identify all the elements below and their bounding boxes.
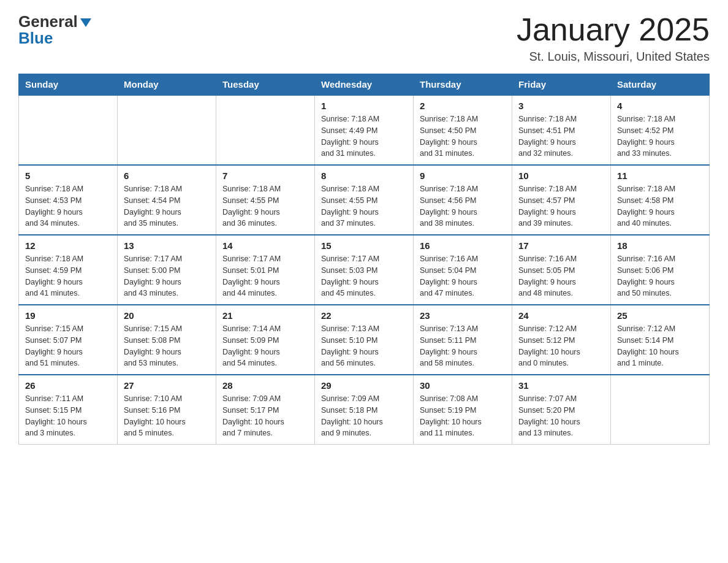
day-number: 17 (518, 240, 604, 251)
calendar-cell: 5Sunrise: 7:18 AM Sunset: 4:53 PM Daylig… (19, 165, 118, 235)
calendar-cell: 4Sunrise: 7:18 AM Sunset: 4:52 PM Daylig… (611, 95, 710, 165)
calendar-cell: 25Sunrise: 7:12 AM Sunset: 5:14 PM Dayli… (611, 305, 710, 375)
day-info: Sunrise: 7:14 AM Sunset: 5:09 PM Dayligh… (222, 323, 308, 369)
calendar-cell (611, 375, 710, 445)
day-info: Sunrise: 7:18 AM Sunset: 4:59 PM Dayligh… (25, 253, 111, 299)
day-info: Sunrise: 7:11 AM Sunset: 5:15 PM Dayligh… (25, 393, 111, 439)
day-info: Sunrise: 7:13 AM Sunset: 5:11 PM Dayligh… (420, 323, 506, 369)
day-number: 3 (518, 101, 604, 111)
calendar-cell (19, 95, 118, 165)
day-number: 30 (420, 380, 506, 391)
calendar-table: SundayMondayTuesdayWednesdayThursdayFrid… (18, 74, 710, 445)
day-info: Sunrise: 7:16 AM Sunset: 5:06 PM Dayligh… (617, 253, 703, 299)
day-number: 27 (124, 380, 210, 391)
day-number: 13 (124, 240, 210, 251)
calendar-cell: 9Sunrise: 7:18 AM Sunset: 4:56 PM Daylig… (414, 165, 512, 235)
week-row-4: 19Sunrise: 7:15 AM Sunset: 5:07 PM Dayli… (19, 305, 710, 375)
week-row-2: 5Sunrise: 7:18 AM Sunset: 4:53 PM Daylig… (19, 165, 710, 235)
day-info: Sunrise: 7:12 AM Sunset: 5:14 PM Dayligh… (617, 323, 703, 369)
calendar-cell: 31Sunrise: 7:07 AM Sunset: 5:20 PM Dayli… (512, 375, 611, 445)
svg-marker-0 (80, 18, 91, 27)
day-info: Sunrise: 7:18 AM Sunset: 4:55 PM Dayligh… (222, 183, 308, 229)
day-info: Sunrise: 7:18 AM Sunset: 4:57 PM Dayligh… (518, 183, 604, 229)
calendar-cell: 20Sunrise: 7:15 AM Sunset: 5:08 PM Dayli… (118, 305, 216, 375)
calendar-cell: 23Sunrise: 7:13 AM Sunset: 5:11 PM Dayli… (414, 305, 512, 375)
week-row-1: 1Sunrise: 7:18 AM Sunset: 4:49 PM Daylig… (19, 95, 710, 165)
calendar-cell: 29Sunrise: 7:09 AM Sunset: 5:18 PM Dayli… (315, 375, 414, 445)
day-info: Sunrise: 7:18 AM Sunset: 4:52 PM Dayligh… (617, 113, 703, 159)
day-info: Sunrise: 7:18 AM Sunset: 4:58 PM Dayligh… (617, 183, 703, 229)
day-info: Sunrise: 7:07 AM Sunset: 5:20 PM Dayligh… (518, 393, 604, 439)
day-info: Sunrise: 7:17 AM Sunset: 5:01 PM Dayligh… (222, 253, 308, 299)
page-header: General Blue January 2025 St. Louis, Mis… (18, 12, 710, 64)
weekday-header-monday: Monday (118, 74, 216, 96)
calendar-cell: 24Sunrise: 7:12 AM Sunset: 5:12 PM Dayli… (512, 305, 611, 375)
day-number: 25 (617, 310, 703, 321)
day-number: 12 (25, 240, 111, 251)
calendar-cell: 3Sunrise: 7:18 AM Sunset: 4:51 PM Daylig… (512, 95, 611, 165)
day-number: 8 (321, 170, 407, 181)
day-number: 21 (222, 310, 308, 321)
calendar-cell: 17Sunrise: 7:16 AM Sunset: 5:05 PM Dayli… (512, 235, 611, 305)
logo-arrow-icon (79, 16, 93, 29)
calendar-cell: 18Sunrise: 7:16 AM Sunset: 5:06 PM Dayli… (611, 235, 710, 305)
month-title: January 2025 (517, 12, 710, 47)
weekday-header-thursday: Thursday (414, 74, 512, 96)
calendar-cell: 28Sunrise: 7:09 AM Sunset: 5:17 PM Dayli… (216, 375, 315, 445)
day-info: Sunrise: 7:08 AM Sunset: 5:19 PM Dayligh… (420, 393, 506, 439)
day-number: 6 (124, 170, 210, 181)
logo-text-blue: Blue (18, 29, 53, 48)
day-info: Sunrise: 7:18 AM Sunset: 4:55 PM Dayligh… (321, 183, 407, 229)
day-number: 24 (518, 310, 604, 321)
day-number: 16 (420, 240, 506, 251)
logo: General Blue (18, 12, 93, 48)
day-number: 5 (25, 170, 111, 181)
calendar-cell: 10Sunrise: 7:18 AM Sunset: 4:57 PM Dayli… (512, 165, 611, 235)
day-number: 1 (321, 101, 407, 111)
day-number: 22 (321, 310, 407, 321)
calendar-cell: 30Sunrise: 7:08 AM Sunset: 5:19 PM Dayli… (414, 375, 512, 445)
calendar-cell: 11Sunrise: 7:18 AM Sunset: 4:58 PM Dayli… (611, 165, 710, 235)
calendar-cell (216, 95, 315, 165)
day-number: 2 (420, 101, 506, 111)
day-info: Sunrise: 7:15 AM Sunset: 5:07 PM Dayligh… (25, 323, 111, 369)
day-number: 31 (518, 380, 604, 391)
day-number: 4 (617, 101, 703, 111)
day-number: 23 (420, 310, 506, 321)
day-number: 19 (25, 310, 111, 321)
week-row-3: 12Sunrise: 7:18 AM Sunset: 4:59 PM Dayli… (19, 235, 710, 305)
day-info: Sunrise: 7:13 AM Sunset: 5:10 PM Dayligh… (321, 323, 407, 369)
day-number: 15 (321, 240, 407, 251)
day-info: Sunrise: 7:18 AM Sunset: 4:56 PM Dayligh… (420, 183, 506, 229)
calendar-cell (118, 95, 216, 165)
day-info: Sunrise: 7:16 AM Sunset: 5:05 PM Dayligh… (518, 253, 604, 299)
day-number: 18 (617, 240, 703, 251)
calendar-cell: 12Sunrise: 7:18 AM Sunset: 4:59 PM Dayli… (19, 235, 118, 305)
calendar-cell: 2Sunrise: 7:18 AM Sunset: 4:50 PM Daylig… (414, 95, 512, 165)
weekday-header-row: SundayMondayTuesdayWednesdayThursdayFrid… (19, 74, 710, 96)
day-info: Sunrise: 7:17 AM Sunset: 5:03 PM Dayligh… (321, 253, 407, 299)
weekday-header-friday: Friday (512, 74, 611, 96)
day-number: 26 (25, 380, 111, 391)
calendar-cell: 7Sunrise: 7:18 AM Sunset: 4:55 PM Daylig… (216, 165, 315, 235)
day-info: Sunrise: 7:16 AM Sunset: 5:04 PM Dayligh… (420, 253, 506, 299)
calendar-cell: 22Sunrise: 7:13 AM Sunset: 5:10 PM Dayli… (315, 305, 414, 375)
day-info: Sunrise: 7:18 AM Sunset: 4:51 PM Dayligh… (518, 113, 604, 159)
weekday-header-wednesday: Wednesday (315, 74, 414, 96)
calendar-cell: 14Sunrise: 7:17 AM Sunset: 5:01 PM Dayli… (216, 235, 315, 305)
title-area: January 2025 St. Louis, Missouri, United… (517, 12, 710, 64)
weekday-header-tuesday: Tuesday (216, 74, 315, 96)
day-info: Sunrise: 7:18 AM Sunset: 4:50 PM Dayligh… (420, 113, 506, 159)
week-row-5: 26Sunrise: 7:11 AM Sunset: 5:15 PM Dayli… (19, 375, 710, 445)
day-number: 14 (222, 240, 308, 251)
day-info: Sunrise: 7:18 AM Sunset: 4:53 PM Dayligh… (25, 183, 111, 229)
day-number: 7 (222, 170, 308, 181)
day-number: 9 (420, 170, 506, 181)
day-info: Sunrise: 7:10 AM Sunset: 5:16 PM Dayligh… (124, 393, 210, 439)
day-info: Sunrise: 7:12 AM Sunset: 5:12 PM Dayligh… (518, 323, 604, 369)
day-number: 10 (518, 170, 604, 181)
day-info: Sunrise: 7:18 AM Sunset: 4:54 PM Dayligh… (124, 183, 210, 229)
calendar-cell: 13Sunrise: 7:17 AM Sunset: 5:00 PM Dayli… (118, 235, 216, 305)
day-number: 11 (617, 170, 703, 181)
day-info: Sunrise: 7:09 AM Sunset: 5:18 PM Dayligh… (321, 393, 407, 439)
